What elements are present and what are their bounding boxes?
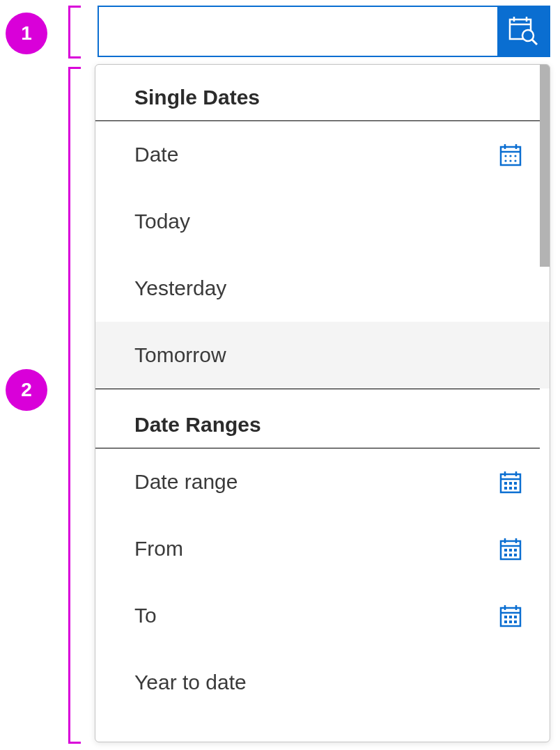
date-input-row — [98, 6, 550, 57]
svg-line-5 — [532, 40, 537, 45]
calendar-range-icon — [497, 468, 524, 496]
svg-rect-20 — [504, 482, 507, 485]
svg-point-13 — [504, 159, 506, 162]
svg-rect-34 — [509, 554, 512, 556]
annotation-badge-2: 2 — [6, 369, 47, 411]
svg-point-12 — [514, 155, 516, 157]
option-from[interactable]: From — [95, 515, 550, 582]
option-yesterday[interactable]: Yesterday — [95, 255, 550, 322]
svg-rect-43 — [504, 620, 507, 623]
date-picker-container: Single Dates Date Today — [95, 6, 550, 742]
svg-rect-33 — [504, 554, 507, 556]
svg-rect-31 — [509, 549, 512, 552]
svg-rect-41 — [509, 616, 512, 618]
section-header-single-dates-label: Single Dates — [134, 86, 260, 109]
calendar-search-icon — [507, 15, 539, 49]
svg-rect-25 — [514, 487, 517, 490]
option-yesterday-label: Yesterday — [134, 276, 226, 300]
option-date-label: Date — [134, 143, 178, 166]
calendar-range-icon — [497, 535, 524, 563]
section-header-date-ranges: Date Ranges — [95, 389, 540, 448]
calendar-single-icon — [497, 141, 524, 169]
svg-rect-35 — [514, 554, 517, 556]
option-year-to-date-label: Year to date — [134, 671, 247, 694]
date-options-dropdown: Single Dates Date Today — [95, 64, 550, 742]
option-tomorrow-label: Tomorrow — [134, 343, 226, 367]
annotation-bracket-2 — [68, 67, 81, 744]
option-tomorrow[interactable]: Tomorrow — [95, 322, 550, 389]
scrollbar-thumb[interactable] — [540, 65, 550, 267]
option-today[interactable]: Today — [95, 188, 550, 255]
svg-rect-45 — [514, 620, 517, 623]
annotation-badge-2-label: 2 — [21, 379, 32, 401]
svg-rect-32 — [514, 549, 517, 552]
open-calendar-button[interactable] — [497, 7, 549, 56]
option-year-to-date[interactable]: Year to date — [95, 649, 550, 716]
svg-rect-22 — [514, 482, 517, 485]
section-header-date-ranges-label: Date Ranges — [134, 413, 261, 436]
svg-point-14 — [509, 159, 511, 162]
section-header-single-dates: Single Dates — [95, 65, 540, 121]
svg-rect-42 — [514, 616, 517, 618]
svg-rect-44 — [509, 620, 512, 623]
option-date[interactable]: Date — [95, 121, 550, 188]
svg-rect-40 — [504, 616, 507, 618]
option-date-range[interactable]: Date range — [95, 448, 550, 515]
option-today-label: Today — [134, 210, 190, 233]
calendar-range-icon — [497, 602, 524, 630]
svg-rect-21 — [509, 482, 512, 485]
annotation-badge-1-label: 1 — [21, 22, 32, 45]
option-to-label: To — [134, 604, 157, 627]
option-from-label: From — [134, 537, 183, 561]
svg-point-10 — [504, 155, 506, 157]
svg-rect-23 — [504, 487, 507, 490]
option-to[interactable]: To — [95, 582, 550, 649]
annotation-bracket-1 — [68, 6, 81, 58]
svg-point-11 — [509, 155, 511, 157]
svg-point-4 — [522, 30, 534, 41]
svg-point-15 — [514, 159, 516, 162]
option-date-range-label: Date range — [134, 470, 238, 494]
svg-rect-24 — [509, 487, 512, 490]
annotation-badge-1: 1 — [6, 13, 47, 54]
date-input[interactable] — [99, 7, 497, 56]
svg-rect-30 — [504, 549, 507, 552]
